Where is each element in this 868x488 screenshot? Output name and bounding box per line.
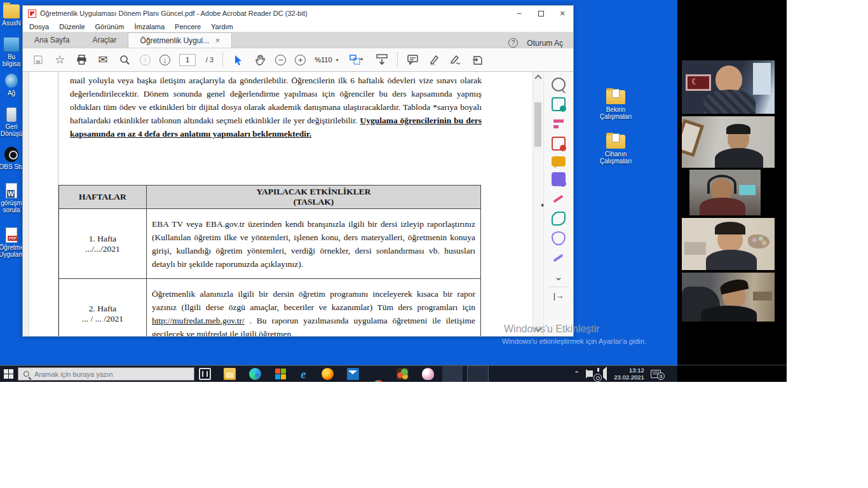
notification-center-icon[interactable]: 3: [651, 370, 661, 378]
comment-icon[interactable]: [407, 53, 419, 66]
toolbar-options-icon[interactable]: [376, 53, 388, 66]
compress-pdf-icon[interactable]: [552, 212, 566, 226]
tab-home[interactable]: Ana Sayfa: [23, 32, 81, 48]
send-signature-icon[interactable]: [471, 53, 484, 66]
file-explorer-icon[interactable]: [224, 368, 236, 380]
combine-files-icon[interactable]: [552, 172, 566, 186]
edit-pdf-icon[interactable]: [552, 117, 566, 131]
maximize-button[interactable]: [530, 6, 552, 21]
volume-icon[interactable]: [600, 370, 607, 377]
scroll-up-icon[interactable]: [534, 74, 541, 81]
fill-sign-tool-icon[interactable]: [552, 192, 566, 206]
video-feed-participant-4[interactable]: [682, 218, 775, 270]
page-number-input[interactable]: [179, 54, 196, 66]
task-view-icon[interactable]: [199, 368, 211, 380]
next-page-icon[interactable]: ↓: [159, 55, 170, 65]
desktop-folder-cihanin[interactable]: Cihanın Çalışmaları: [595, 133, 636, 165]
network-icon: [3, 73, 20, 88]
microsoft-store-icon[interactable]: [275, 368, 287, 380]
acrobat-app-icon: [28, 10, 36, 18]
menu-duzenle[interactable]: Düzenle: [59, 23, 85, 30]
menu-dosya[interactable]: Dosya: [29, 23, 49, 30]
wall-sign: [739, 185, 756, 195]
window-title: Öğretmenlik Uygulaması Dönem Planı Günce…: [40, 10, 308, 17]
activate-windows-hint: Windows'u etkinleştirmek için Ayarlar'a …: [502, 337, 646, 345]
help-icon[interactable]: ?: [508, 38, 518, 48]
desktop-icon-recycle-bin[interactable]: Geri Dönüşü: [0, 107, 24, 137]
export-pdf-icon[interactable]: [552, 97, 566, 111]
page-fit-icon[interactable]: [348, 53, 367, 66]
title-bar[interactable]: Öğretmenlik Uygulaması Dönem Planı Günce…: [23, 6, 573, 21]
menu-pencere[interactable]: Pencere: [175, 23, 201, 30]
internet-explorer-icon[interactable]: e: [297, 368, 309, 380]
tab-bar: Ana Sayfa Araçlar Öğretmenlik Uygul... ×…: [23, 32, 573, 48]
comment-tool-icon[interactable]: [552, 156, 566, 166]
fill-sign-icon[interactable]: [450, 53, 463, 66]
signature-tool-icon[interactable]: [552, 251, 566, 265]
open-panel-arrow-icon[interactable]: |→: [544, 291, 573, 301]
video-feed-participant-5[interactable]: [682, 273, 775, 322]
zoom-level-select[interactable]: %110 ▾: [315, 56, 338, 64]
hand-tool-icon[interactable]: [254, 53, 266, 66]
desktop-folder-bekirin[interactable]: Bekirin Çalışmaları: [595, 89, 636, 120]
table-header-row: HAFTALAR YAPILACAK ETKİNLİKLER (TASLAK): [59, 186, 481, 209]
battery-icon[interactable]: [586, 370, 587, 377]
highlight-icon[interactable]: [428, 53, 441, 66]
start-button[interactable]: [4, 369, 13, 379]
edge-browser-icon[interactable]: [249, 368, 261, 380]
desktop-icon-word-document[interactable]: görüşm sorula: [0, 183, 24, 214]
acrobat-window: Öğretmenlik Uygulaması Dönem Planı Günce…: [22, 5, 574, 337]
video-feed-participant-3[interactable]: [689, 170, 761, 215]
previous-page-icon[interactable]: ↑: [140, 55, 151, 65]
desktop-icon-label: Bu bilgisa: [0, 53, 24, 67]
zoom-out-icon[interactable]: −: [275, 55, 286, 65]
app-icon-colorful[interactable]: [397, 368, 409, 380]
sign-in-button[interactable]: Oturum Aç: [527, 39, 563, 48]
firefox-icon[interactable]: [322, 368, 334, 380]
create-pdf-icon[interactable]: [552, 137, 566, 151]
table-header-etkinlikler: YAPILACAK ETKİNLİKLER (TASLAK): [147, 186, 481, 209]
mail-app-icon[interactable]: [347, 368, 359, 380]
mufredat-link[interactable]: http://mufredat.meb.gov.tr/: [152, 316, 245, 325]
desktop-icon-user-folder[interactable]: AsusN: [0, 3, 24, 27]
app-icon-pink[interactable]: [422, 368, 434, 380]
print-icon[interactable]: [75, 53, 88, 66]
zoom-in-icon[interactable]: +: [295, 55, 306, 65]
select-tool-icon[interactable]: [232, 53, 245, 66]
video-feed-participant-1[interactable]: [682, 60, 775, 114]
desktop-icon-network[interactable]: Ağ: [0, 73, 24, 97]
tab-document[interactable]: Öğretmenlik Uygul... ×: [128, 32, 232, 48]
tray-chevron-up-icon[interactable]: ⌃: [574, 370, 580, 378]
turkish-flag-frame: [686, 74, 711, 91]
navigation-pane-collapsed[interactable]: [23, 72, 29, 336]
table-header-haftalar: HAFTALAR: [59, 186, 147, 209]
menu-yardim[interactable]: Yardım: [211, 23, 233, 30]
desktop-icon-label: AsusN: [0, 20, 24, 27]
clock[interactable]: 13:12 23.02.2021: [614, 367, 644, 381]
user-folder-icon: [3, 3, 20, 18]
zoom-active-indicator: [468, 366, 488, 382]
table-row: 1. Hafta .../.../2021 EBA TV veya EBA.go…: [59, 209, 481, 279]
desktop-icon-obs-studio[interactable]: OBS Stu: [0, 147, 24, 170]
recycle-bin-icon: [3, 107, 20, 122]
save-icon[interactable]: [32, 53, 44, 66]
menu-imzalama[interactable]: İmzalama: [134, 23, 165, 30]
more-tools-chevron-icon[interactable]: ⌄: [544, 271, 573, 283]
scrollbar-thumb[interactable]: [534, 102, 541, 147]
desktop-icon-pdf-document[interactable]: Öğretme Uygulam: [0, 227, 24, 258]
tray-date: 23.02.2021: [614, 374, 644, 381]
tab-tools[interactable]: Araçlar: [81, 32, 128, 48]
tab-close-icon[interactable]: ×: [215, 36, 220, 45]
close-button[interactable]: ×: [552, 6, 573, 21]
email-icon[interactable]: ✉: [97, 53, 109, 66]
menu-gorunum[interactable]: Görünüm: [95, 23, 125, 30]
search-tool-icon[interactable]: [552, 78, 566, 92]
desktop-icon-this-pc[interactable]: Bu bilgisa: [0, 37, 24, 67]
search-input[interactable]: [34, 370, 174, 378]
protect-tool-icon[interactable]: [552, 231, 566, 245]
video-feed-participant-2[interactable]: [682, 116, 775, 168]
taskbar-search[interactable]: [18, 367, 194, 381]
minimize-button[interactable]: –: [508, 6, 530, 21]
favorite-star-icon[interactable]: ☆: [53, 53, 66, 66]
search-icon[interactable]: [118, 53, 131, 66]
